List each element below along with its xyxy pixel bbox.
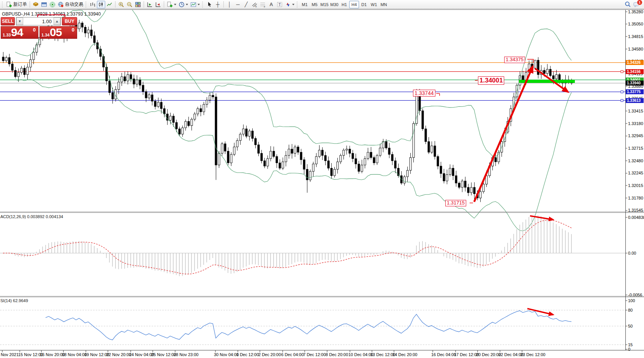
time-axis-label: 17 Dec 12:00: [454, 352, 479, 357]
trendline-icon: ╱: [245, 2, 248, 7]
sell-price-prefix: 1.33: [3, 33, 11, 37]
timeframe-button-M15[interactable]: M15: [320, 1, 329, 8]
horizontal-line-button[interactable]: ─: [234, 1, 242, 8]
price-annotation-label[interactable]: 1.34375: [504, 57, 525, 63]
timeframe-button-M30[interactable]: M30: [329, 1, 339, 8]
timeframe-button-H1[interactable]: H1: [339, 1, 349, 8]
volume-decrease-button[interactable]: ▼: [16, 17, 23, 25]
bar-chart-button[interactable]: [89, 1, 97, 8]
vertical-line-button[interactable]: │: [225, 1, 234, 8]
tile-windows-icon: [135, 2, 141, 8]
time-axis-label: 19 Nov 12:00: [84, 352, 109, 357]
time-axis-label: 10 Dec 04:00: [348, 352, 373, 357]
fibonacci-button[interactable]: F: [259, 1, 267, 8]
price-tick-label: 1.35280: [628, 10, 643, 14]
sell-button[interactable]: SELL: [1, 17, 15, 25]
time-axis-label: 2 Dec 20:00: [258, 352, 281, 357]
time-axis-label: 20 Dec 20:00: [476, 352, 501, 357]
text-tool-button[interactable]: A: [267, 1, 275, 8]
trendline-button[interactable]: ╱: [242, 1, 250, 8]
line-handle: [621, 99, 623, 101]
window-icon: [41, 2, 47, 8]
price-tick-label: 1.31545: [628, 208, 643, 212]
chevron-down-icon: [292, 4, 294, 5]
price-chart[interactable]: [0, 10, 644, 358]
timeframe-button-MN[interactable]: MN: [379, 1, 389, 8]
macd-histogram: [3, 214, 571, 276]
price-tick-label: 1.34815: [628, 34, 643, 39]
price-tick-label: 1.33415: [628, 109, 643, 113]
volume-input[interactable]: 1.00: [23, 17, 54, 25]
toolbar-grip[interactable]: [202, 2, 204, 8]
signals-button[interactable]: [48, 1, 57, 8]
data-window-button[interactable]: [40, 1, 48, 8]
timeframe-button-M5[interactable]: M5: [310, 1, 320, 8]
equidistant-channel-button[interactable]: E: [250, 1, 259, 8]
indicators-button[interactable]: [189, 1, 201, 8]
line-handle: [621, 91, 623, 93]
price-tick-label: 1.32015: [628, 183, 643, 188]
arrows-tool-button[interactable]: [284, 1, 296, 8]
autotrading-button[interactable]: 自动交易: [57, 1, 84, 8]
crosshair-button[interactable]: ┼: [214, 1, 222, 8]
vertical-line-icon: │: [228, 2, 231, 7]
price-tick-label: 1.31780: [628, 196, 643, 200]
macd-indicator-label: ACD(12,26,9) 0.003892 0.004134: [0, 214, 63, 219]
time-axis-label: 8 Dec 20:00: [326, 352, 348, 357]
candlestick-icon: [98, 2, 104, 8]
market-watch-button[interactable]: [32, 1, 40, 8]
ohlc-bars-icon: [90, 2, 96, 8]
crosshair-icon: ┼: [216, 2, 219, 7]
buy-price-display[interactable]: 1.34 05 0: [40, 26, 77, 39]
timeframe-button-H4[interactable]: H4: [349, 1, 359, 8]
search-button[interactable]: [623, 1, 632, 8]
cursor-icon: [206, 2, 212, 8]
chevron-down-icon: [198, 4, 200, 5]
buy-button[interactable]: BUY: [62, 17, 77, 25]
notifications-button[interactable]: 1: [632, 1, 641, 8]
macd-axis-label: -0.0056: [628, 293, 642, 297]
rsi-axis-label: 15: [628, 342, 633, 347]
tile-windows-button[interactable]: [134, 1, 142, 8]
auto-scroll-icon: [147, 2, 153, 8]
cursor-button[interactable]: [205, 1, 214, 8]
trend-up-arrow[interactable]: [474, 67, 533, 202]
price-annotation-label[interactable]: 1.31715: [445, 200, 466, 206]
price-annotation-label[interactable]: 1.33744: [413, 90, 435, 97]
toolbar-grip[interactable]: [2, 2, 4, 8]
globe-icon: [58, 2, 64, 8]
price-tick-label: 1.34580: [628, 47, 643, 51]
zoom-in-button[interactable]: [117, 1, 125, 8]
timeframe-button-D1[interactable]: D1: [359, 1, 369, 8]
time-axis-label: 30 Nov 04:00: [214, 352, 239, 357]
rsi-indicator-label: SI(14) 62.9649: [0, 298, 28, 303]
zoom-out-button[interactable]: [125, 1, 134, 8]
new-template-button[interactable]: [166, 1, 177, 8]
chart-shift-button[interactable]: [154, 1, 162, 8]
line-chart-button[interactable]: [105, 1, 114, 8]
toolbar-grip[interactable]: [297, 2, 299, 8]
sell-price-display[interactable]: 1.33 94 0: [1, 26, 38, 39]
rsi-arrow[interactable]: [527, 309, 553, 315]
indicators-icon: [190, 2, 196, 8]
volume-increase-button[interactable]: ▲: [54, 17, 60, 25]
rsi-axis-label: 80: [628, 308, 633, 312]
auto-scroll-button[interactable]: [146, 1, 154, 8]
sell-price-big: 94: [11, 26, 23, 39]
toolbar-grip[interactable]: [85, 2, 87, 8]
horizontal-line-icon: ─: [236, 2, 239, 7]
time-axis-label: 1 Dec 12:00: [236, 352, 259, 357]
timeframe-button-W1[interactable]: W1: [369, 1, 379, 8]
text-label-button[interactable]: T: [275, 1, 284, 8]
svg-text:T: T: [278, 3, 281, 7]
timeframe-button-M1[interactable]: M1: [300, 1, 310, 8]
candlestick-chart-button[interactable]: [97, 1, 105, 8]
rsi-line: [46, 311, 571, 340]
price-tag: 1.33775: [626, 89, 644, 94]
new-order-button[interactable]: 新订单: [5, 1, 28, 8]
price-annotation-label[interactable]: 1.34001: [478, 76, 504, 85]
chevron-down-icon: [186, 4, 188, 5]
price-tick-label: 1.35050: [628, 22, 643, 26]
periods-button[interactable]: [177, 1, 189, 8]
text-label-icon: T: [277, 2, 283, 8]
